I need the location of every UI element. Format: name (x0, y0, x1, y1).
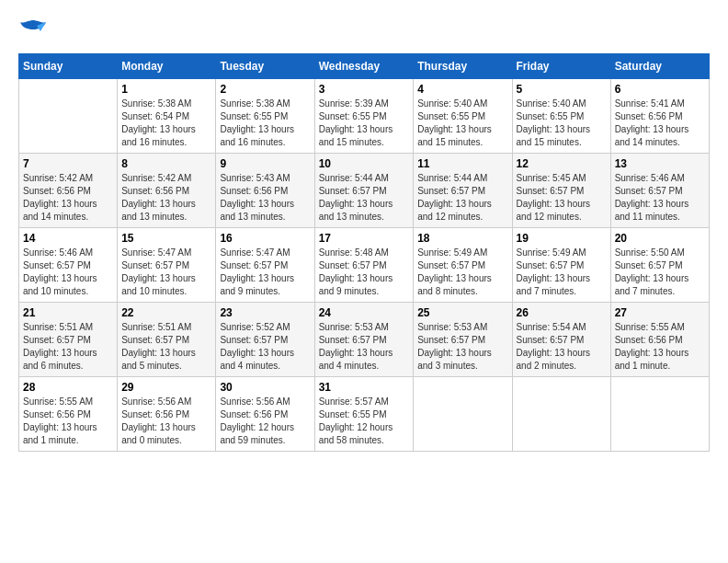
day-number: 6 (615, 83, 705, 96)
day-number: 26 (517, 306, 607, 319)
calendar-cell: 13Sunrise: 5:46 AM Sunset: 6:57 PM Dayli… (610, 154, 709, 228)
day-info: Sunrise: 5:39 AM Sunset: 6:55 PM Dayligh… (319, 98, 410, 149)
header (18, 18, 710, 44)
day-header-monday: Monday (118, 54, 216, 79)
day-number: 30 (220, 381, 310, 394)
day-info: Sunrise: 5:55 AM Sunset: 6:56 PM Dayligh… (23, 396, 113, 447)
week-row-4: 21Sunrise: 5:51 AM Sunset: 6:57 PM Dayli… (19, 303, 710, 377)
calendar-cell: 25Sunrise: 5:53 AM Sunset: 6:57 PM Dayli… (414, 303, 512, 377)
calendar-cell: 24Sunrise: 5:53 AM Sunset: 6:57 PM Dayli… (314, 303, 414, 377)
calendar-cell: 6Sunrise: 5:41 AM Sunset: 6:56 PM Daylig… (610, 79, 709, 154)
week-row-3: 14Sunrise: 5:46 AM Sunset: 6:57 PM Dayli… (19, 228, 710, 303)
calendar-table: SundayMondayTuesdayWednesdayThursdayFrid… (18, 53, 710, 452)
day-number: 19 (517, 232, 607, 245)
day-number: 8 (121, 157, 211, 170)
calendar-cell: 23Sunrise: 5:52 AM Sunset: 6:57 PM Dayli… (216, 303, 314, 377)
day-number: 27 (615, 306, 705, 319)
day-number: 3 (319, 83, 410, 96)
day-number: 31 (319, 381, 410, 394)
day-info: Sunrise: 5:40 AM Sunset: 6:55 PM Dayligh… (517, 98, 607, 149)
day-number: 28 (23, 381, 113, 394)
day-number: 5 (517, 83, 607, 96)
calendar-cell: 15Sunrise: 5:47 AM Sunset: 6:57 PM Dayli… (118, 228, 216, 303)
calendar-cell: 5Sunrise: 5:40 AM Sunset: 6:55 PM Daylig… (512, 79, 610, 154)
week-row-1: 1Sunrise: 5:38 AM Sunset: 6:54 PM Daylig… (19, 79, 710, 154)
day-number: 24 (319, 306, 410, 319)
day-header-sunday: Sunday (19, 54, 118, 79)
calendar-cell: 8Sunrise: 5:42 AM Sunset: 6:56 PM Daylig… (118, 154, 216, 228)
day-info: Sunrise: 5:38 AM Sunset: 6:55 PM Dayligh… (220, 98, 310, 149)
day-info: Sunrise: 5:52 AM Sunset: 6:57 PM Dayligh… (220, 321, 310, 373)
calendar-cell: 3Sunrise: 5:39 AM Sunset: 6:55 PM Daylig… (314, 79, 414, 154)
day-info: Sunrise: 5:49 AM Sunset: 6:57 PM Dayligh… (417, 247, 507, 298)
day-number: 22 (121, 306, 211, 319)
day-number: 7 (23, 157, 113, 170)
day-number: 18 (417, 232, 507, 245)
day-header-thursday: Thursday (414, 54, 512, 79)
day-info: Sunrise: 5:54 AM Sunset: 6:57 PM Dayligh… (517, 321, 607, 373)
day-number: 2 (220, 83, 310, 96)
day-number: 21 (23, 306, 113, 319)
day-info: Sunrise: 5:51 AM Sunset: 6:57 PM Dayligh… (121, 321, 211, 373)
week-row-2: 7Sunrise: 5:42 AM Sunset: 6:56 PM Daylig… (19, 154, 710, 228)
day-number: 23 (220, 306, 310, 319)
day-info: Sunrise: 5:50 AM Sunset: 6:57 PM Dayligh… (615, 247, 705, 298)
calendar-cell: 21Sunrise: 5:51 AM Sunset: 6:57 PM Dayli… (19, 303, 118, 377)
day-info: Sunrise: 5:42 AM Sunset: 6:56 PM Dayligh… (121, 172, 211, 224)
calendar-cell: 1Sunrise: 5:38 AM Sunset: 6:54 PM Daylig… (118, 79, 216, 154)
day-info: Sunrise: 5:47 AM Sunset: 6:57 PM Dayligh… (121, 247, 211, 298)
day-number: 16 (220, 232, 310, 245)
day-info: Sunrise: 5:43 AM Sunset: 6:56 PM Dayligh… (220, 172, 310, 224)
calendar-cell: 22Sunrise: 5:51 AM Sunset: 6:57 PM Dayli… (118, 303, 216, 377)
day-number: 12 (517, 157, 607, 170)
calendar-cell: 18Sunrise: 5:49 AM Sunset: 6:57 PM Dayli… (414, 228, 512, 303)
day-info: Sunrise: 5:45 AM Sunset: 6:57 PM Dayligh… (517, 172, 607, 224)
calendar-cell: 16Sunrise: 5:47 AM Sunset: 6:57 PM Dayli… (216, 228, 314, 303)
day-header-friday: Friday (512, 54, 610, 79)
day-number: 4 (417, 83, 507, 96)
calendar-cell: 10Sunrise: 5:44 AM Sunset: 6:57 PM Dayli… (314, 154, 414, 228)
calendar-cell: 2Sunrise: 5:38 AM Sunset: 6:55 PM Daylig… (216, 79, 314, 154)
calendar-cell: 19Sunrise: 5:49 AM Sunset: 6:57 PM Dayli… (512, 228, 610, 303)
day-number: 13 (615, 157, 705, 170)
day-number: 10 (319, 157, 410, 170)
calendar-cell (414, 377, 512, 452)
calendar-cell: 29Sunrise: 5:56 AM Sunset: 6:56 PM Dayli… (118, 377, 216, 452)
day-number: 25 (417, 306, 507, 319)
day-number: 17 (319, 232, 410, 245)
day-info: Sunrise: 5:44 AM Sunset: 6:57 PM Dayligh… (417, 172, 507, 224)
day-info: Sunrise: 5:53 AM Sunset: 6:57 PM Dayligh… (417, 321, 507, 373)
calendar-cell: 14Sunrise: 5:46 AM Sunset: 6:57 PM Dayli… (19, 228, 118, 303)
day-info: Sunrise: 5:42 AM Sunset: 6:56 PM Dayligh… (23, 172, 113, 224)
calendar-cell: 20Sunrise: 5:50 AM Sunset: 6:57 PM Dayli… (610, 228, 709, 303)
day-header-saturday: Saturday (610, 54, 709, 79)
day-info: Sunrise: 5:44 AM Sunset: 6:57 PM Dayligh… (319, 172, 410, 224)
calendar-cell: 9Sunrise: 5:43 AM Sunset: 6:56 PM Daylig… (216, 154, 314, 228)
day-info: Sunrise: 5:46 AM Sunset: 6:57 PM Dayligh… (23, 247, 113, 298)
day-info: Sunrise: 5:40 AM Sunset: 6:55 PM Dayligh… (417, 98, 507, 149)
calendar-cell: 4Sunrise: 5:40 AM Sunset: 6:55 PM Daylig… (414, 79, 512, 154)
calendar-cell: 30Sunrise: 5:56 AM Sunset: 6:56 PM Dayli… (216, 377, 314, 452)
day-info: Sunrise: 5:51 AM Sunset: 6:57 PM Dayligh… (23, 321, 113, 373)
logo (18, 18, 51, 44)
logo-bird-icon (18, 18, 48, 44)
calendar-cell: 7Sunrise: 5:42 AM Sunset: 6:56 PM Daylig… (19, 154, 118, 228)
calendar-cell (512, 377, 610, 452)
day-number: 11 (417, 157, 507, 170)
calendar-cell: 12Sunrise: 5:45 AM Sunset: 6:57 PM Dayli… (512, 154, 610, 228)
day-info: Sunrise: 5:53 AM Sunset: 6:57 PM Dayligh… (319, 321, 410, 373)
day-info: Sunrise: 5:57 AM Sunset: 6:55 PM Dayligh… (319, 396, 410, 447)
day-info: Sunrise: 5:55 AM Sunset: 6:56 PM Dayligh… (615, 321, 705, 373)
calendar-cell (610, 377, 709, 452)
week-row-5: 28Sunrise: 5:55 AM Sunset: 6:56 PM Dayli… (19, 377, 710, 452)
calendar-cell: 27Sunrise: 5:55 AM Sunset: 6:56 PM Dayli… (610, 303, 709, 377)
calendar-cell: 17Sunrise: 5:48 AM Sunset: 6:57 PM Dayli… (314, 228, 414, 303)
day-info: Sunrise: 5:41 AM Sunset: 6:56 PM Dayligh… (615, 98, 705, 149)
day-info: Sunrise: 5:46 AM Sunset: 6:57 PM Dayligh… (615, 172, 705, 224)
day-number: 20 (615, 232, 705, 245)
day-number: 15 (121, 232, 211, 245)
day-info: Sunrise: 5:38 AM Sunset: 6:54 PM Dayligh… (121, 98, 211, 149)
day-info: Sunrise: 5:56 AM Sunset: 6:56 PM Dayligh… (220, 396, 310, 447)
day-number: 14 (23, 232, 113, 245)
day-info: Sunrise: 5:47 AM Sunset: 6:57 PM Dayligh… (220, 247, 310, 298)
